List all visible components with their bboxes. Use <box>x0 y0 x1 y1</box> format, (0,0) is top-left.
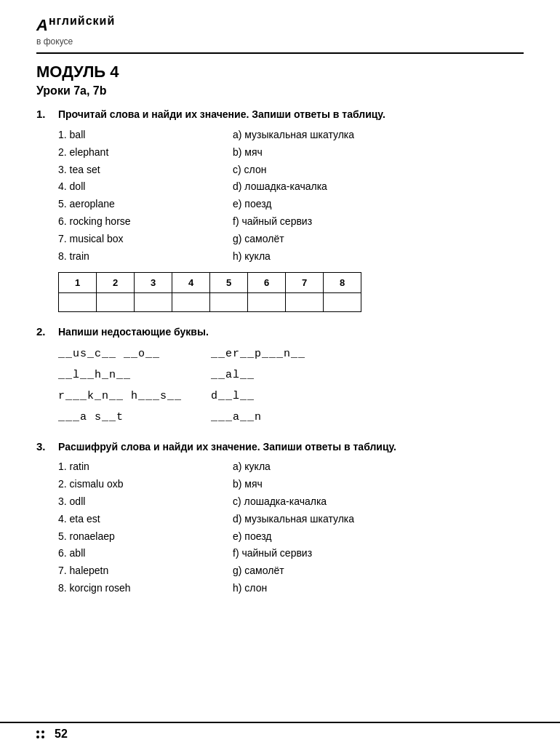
table-header-cell: 7 <box>286 273 324 293</box>
list-item: d) лошадка-качалка <box>233 178 393 196</box>
list-item: 4. doll <box>58 178 204 196</box>
list-item: b) мяч <box>233 144 393 162</box>
list-item: e) поезд <box>233 196 393 213</box>
missing-line: ___a__n <box>211 407 305 427</box>
exercise-2-instruction: Напиши недостающие буквы. <box>58 325 209 340</box>
list-item: f) чайный сервиз <box>233 545 393 562</box>
logo-area: Английский в фокусе <box>36 15 524 54</box>
missing-line: r___k_n__ h___s__ <box>58 386 182 406</box>
exercise-2-body: __us_c__ __o__ __l__h_n__ r___k_n__ h___… <box>58 344 524 427</box>
list-item: h) слон <box>233 580 393 597</box>
table-header-cell: 3 <box>135 273 172 293</box>
missing-line: ___a s__t <box>58 407 182 427</box>
table-header-cell: 8 <box>324 273 361 293</box>
answer-cell[interactable] <box>286 293 324 312</box>
module-title: МОДУЛЬ 4 <box>36 63 524 81</box>
exercise-3-list: 1. ratin 2. cismalu oxb 3. odll 4. eta e… <box>58 458 524 597</box>
exercise-1-col-right: a) музыкальная шкатулка b) мяч c) слон d… <box>233 127 393 265</box>
exercise-3-instruction: Расшифруй слова и найди их значение. Зап… <box>58 440 396 455</box>
exercise-2-header: 2. Напиши недостающие буквы. <box>36 325 524 340</box>
exercise-1-body: 1. ball 2. elephant 3. tea set 4. doll 5… <box>58 127 524 312</box>
missing-line: __us_c__ __o__ <box>58 344 182 364</box>
page-footer: 52 <box>0 722 560 745</box>
answer-cell[interactable] <box>248 293 286 312</box>
footer-dots <box>36 730 44 738</box>
table-header-cell: 4 <box>172 273 210 293</box>
answer-cell[interactable] <box>172 293 210 312</box>
answer-cell[interactable] <box>324 293 361 312</box>
exercise-3-num: 3. <box>36 440 54 453</box>
list-item: a) кукла <box>233 458 393 476</box>
logo-sub: в фокусе <box>36 36 115 47</box>
exercise-2-num: 2. <box>36 325 54 338</box>
missing-line: __er__p___n__ <box>211 344 305 364</box>
list-item: 4. eta est <box>58 511 204 528</box>
list-item: 5. ronaelaep <box>58 528 204 546</box>
list-item: 5. aeroplane <box>58 196 204 213</box>
table-header-cell: 2 <box>97 273 135 293</box>
table-answer-row <box>59 293 361 312</box>
logo-block: Английский в фокусе <box>36 15 115 47</box>
list-item: a) музыкальная шкатулка <box>233 127 393 144</box>
list-item: 1. ratin <box>58 458 204 476</box>
list-item: 8. train <box>58 248 204 266</box>
exercise-3: 3. Расшифруй слова и найди их значение. … <box>36 440 524 597</box>
list-item: 2. elephant <box>58 144 204 162</box>
list-item: g) самолёт <box>233 231 393 248</box>
table-header-cell: 5 <box>210 273 248 293</box>
exercise-2: 2. Напиши недостающие буквы. __us_c__ __… <box>36 325 524 427</box>
exercise-1-list: 1. ball 2. elephant 3. tea set 4. doll 5… <box>58 127 524 265</box>
answer-cell[interactable] <box>210 293 248 312</box>
missing-col-right: __er__p___n__ __al__ d__l__ ___a__n <box>211 344 305 427</box>
missing-line: __l__h_n__ <box>58 365 182 385</box>
exercise-1-instruction: Прочитай слова и найди их значение. Запи… <box>58 108 385 122</box>
list-item: 6. rocking horse <box>58 213 204 231</box>
logo-text: Английский <box>36 15 115 35</box>
exercise-1-col-left: 1. ball 2. elephant 3. tea set 4. doll 5… <box>58 127 204 265</box>
exercise-1: 1. Прочитай слова и найди их значение. З… <box>36 108 524 312</box>
exercise-1-header: 1. Прочитай слова и найди их значение. З… <box>36 108 524 122</box>
list-item: 7. musical box <box>58 231 204 248</box>
lesson-subtitle: Уроки 7а, 7b <box>36 84 524 97</box>
missing-letters-grid: __us_c__ __o__ __l__h_n__ r___k_n__ h___… <box>58 344 524 427</box>
list-item: h) кукла <box>233 248 393 266</box>
list-item: 8. korcign roseh <box>58 580 204 597</box>
list-item: 7. halepetn <box>58 562 204 580</box>
exercise-3-col-right: a) кукла b) мяч c) лошадка-качалка d) му… <box>233 458 393 597</box>
table-header-row: 1 2 3 4 5 6 7 8 <box>59 273 361 293</box>
exercise-3-col-left: 1. ratin 2. cismalu oxb 3. odll 4. eta e… <box>58 458 204 597</box>
list-item: f) чайный сервиз <box>233 213 393 231</box>
list-item: c) лошадка-качалка <box>233 493 393 511</box>
missing-line: __al__ <box>211 365 305 385</box>
missing-col-left: __us_c__ __o__ __l__h_n__ r___k_n__ h___… <box>58 344 182 427</box>
exercise-1-num: 1. <box>36 108 54 120</box>
table-header-cell: 6 <box>248 273 286 293</box>
page: Английский в фокусе МОДУЛЬ 4 Уроки 7а, 7… <box>0 0 560 745</box>
list-item: e) поезд <box>233 528 393 546</box>
list-item: 3. odll <box>58 493 204 511</box>
exercise-3-body: 1. ratin 2. cismalu oxb 3. odll 4. eta e… <box>58 458 524 597</box>
list-item: d) музыкальная шкатулка <box>233 511 393 528</box>
list-item: b) мяч <box>233 476 393 493</box>
answer-cell[interactable] <box>97 293 135 312</box>
exercise-3-header: 3. Расшифруй слова и найди их значение. … <box>36 440 524 455</box>
list-item: 6. abll <box>58 545 204 562</box>
list-item: 2. cismalu oxb <box>58 476 204 493</box>
list-item: 1. ball <box>58 127 204 144</box>
page-number: 52 <box>55 728 68 741</box>
answer-table-1: 1 2 3 4 5 6 7 8 <box>58 272 361 312</box>
list-item: c) слон <box>233 162 393 179</box>
missing-line: d__l__ <box>211 386 305 406</box>
answer-cell[interactable] <box>135 293 172 312</box>
list-item: g) самолёт <box>233 562 393 580</box>
table-header-cell: 1 <box>59 273 97 293</box>
answer-cell[interactable] <box>59 293 97 312</box>
list-item: 3. tea set <box>58 162 204 179</box>
